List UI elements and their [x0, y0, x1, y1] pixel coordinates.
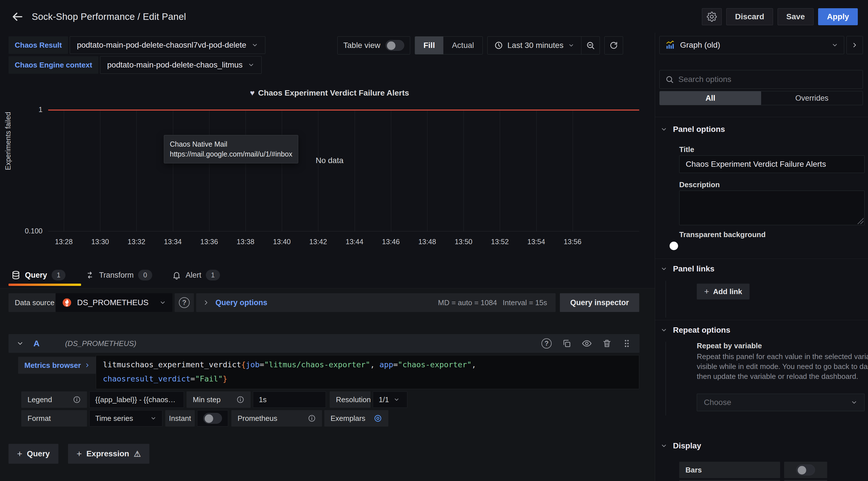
add-expression-button[interactable]: + Expression ⚠	[68, 444, 149, 464]
legend-input[interactable]	[89, 391, 184, 408]
gridline	[173, 110, 173, 231]
query-options-bar: Query options MD = auto = 1084 Interval …	[196, 293, 556, 312]
graph-viz-icon	[665, 40, 675, 50]
min-step-label-text: Min step	[193, 395, 221, 404]
query-expression[interactable]: litmuschaos_experiment_verdict{job="litm…	[96, 355, 639, 389]
add-query-button[interactable]: + Query	[8, 444, 58, 464]
instant-toggle-box	[197, 410, 228, 426]
help-circle-icon[interactable]: ?	[541, 338, 552, 349]
fill-option[interactable]: Fill	[415, 37, 443, 54]
query-ref-id: A	[33, 339, 40, 348]
chart-plot-area[interactable]	[48, 110, 639, 231]
exemplars-icon[interactable]	[374, 414, 382, 423]
resize-handle[interactable]	[857, 218, 864, 224]
x-tick-label: 13:44	[346, 238, 364, 246]
apply-button[interactable]: Apply	[818, 8, 858, 25]
metrics-browser-label: Metrics browser	[24, 361, 81, 370]
variable-value-dropdown[interactable]: podtato-main-pod-delete-chaos_litmus	[100, 56, 262, 74]
gridline	[209, 110, 210, 231]
actual-option[interactable]: Actual	[443, 37, 483, 54]
zoom-out-button[interactable]	[581, 37, 599, 54]
panel-description-textarea[interactable]	[679, 190, 865, 225]
resolution-value-text: 1/1	[379, 395, 389, 404]
query-row-header[interactable]: A (DS_PROMETHEUS) ?	[8, 334, 640, 353]
transform-icon	[85, 271, 94, 280]
min-step-input[interactable]	[253, 391, 326, 408]
instant-toggle[interactable]	[203, 413, 222, 424]
variable-value-dropdown[interactable]: podtato-main-pod-delete-chaosnl7vd-pod-d…	[70, 36, 265, 54]
eye-icon[interactable]	[582, 338, 592, 349]
table-view-toggle[interactable]	[385, 40, 404, 51]
tab-transform[interactable]: Transform 0	[85, 270, 152, 280]
time-range-button[interactable]: Last 30 minutes	[488, 37, 581, 54]
panel-title-input[interactable]	[679, 155, 865, 173]
visualization-picker[interactable]: Graph (old)	[659, 36, 844, 54]
bars-field-label: Bars	[679, 462, 780, 478]
bars-toggle[interactable]	[796, 464, 815, 475]
panel-options-header[interactable]: Panel options	[660, 125, 725, 134]
back-button[interactable]	[11, 11, 23, 23]
trash-icon[interactable]	[602, 339, 612, 348]
data-source-picker[interactable]: DS_PROMETHEUS	[56, 293, 172, 312]
info-icon	[308, 414, 316, 422]
min-step-field-label: Min step	[187, 391, 251, 408]
description-field-label: Description	[679, 180, 720, 189]
query-inspector-button[interactable]: Query inspector	[560, 293, 639, 312]
duplicate-icon[interactable]	[562, 339, 571, 348]
plus-icon: +	[17, 449, 22, 459]
collapse-options-pane-button[interactable]	[846, 36, 863, 54]
database-icon	[11, 271, 21, 280]
panel-links-header[interactable]: Panel links	[660, 264, 714, 273]
query-options-link[interactable]: Query options	[215, 298, 267, 307]
panel-settings-button[interactable]	[702, 8, 722, 25]
refresh-button[interactable]	[604, 36, 623, 55]
metrics-browser-button[interactable]: Metrics browser	[18, 357, 97, 374]
chevron-down-icon	[660, 443, 667, 449]
tab-alert[interactable]: Alert 1	[172, 270, 220, 280]
resolution-dropdown[interactable]: 1/1	[373, 391, 407, 408]
prometheus-type-label: Prometheus	[231, 410, 322, 426]
display-section-header[interactable]: Display	[660, 441, 701, 450]
repeat-by-variable-label: Repeat by variable	[697, 341, 762, 350]
chevron-right-icon	[84, 362, 90, 368]
no-data-message: No data	[48, 156, 611, 165]
filter-all-option[interactable]: All	[660, 91, 761, 105]
exemplars-field: Exemplars	[324, 410, 389, 426]
collapse-chevron-icon[interactable]	[17, 340, 24, 347]
discard-button[interactable]: Discard	[726, 8, 773, 25]
gridline	[282, 110, 282, 231]
options-search[interactable]	[659, 70, 863, 89]
section-title: Repeat options	[673, 326, 730, 335]
drag-handle-icon[interactable]	[622, 339, 631, 348]
instant-field-label: Instant	[165, 410, 195, 426]
options-search-input[interactable]	[678, 75, 857, 84]
repeat-description: Repeat this panel for each value in the …	[697, 352, 868, 382]
y-tick-label: 0.100	[11, 227, 42, 235]
repeat-options-header[interactable]: Repeat options	[660, 326, 730, 335]
query-datasource-hint: (DS_PROMETHEUS)	[65, 339, 136, 348]
gridline	[391, 110, 391, 231]
heart-icon: ♥	[250, 89, 255, 97]
alert-threshold-line	[48, 110, 639, 111]
clock-icon	[494, 41, 503, 50]
bell-icon	[172, 271, 181, 280]
legend-field-label: Legend	[21, 391, 87, 408]
save-button[interactable]: Save	[778, 8, 813, 25]
repeat-variable-dropdown[interactable]: Choose	[697, 394, 865, 411]
filter-overrides-option[interactable]: Overrides	[761, 91, 863, 105]
data-source-label: Data source	[8, 293, 61, 312]
variable-label: Chaos Engine context	[8, 56, 98, 74]
data-source-help-button[interactable]: ?	[175, 293, 194, 312]
x-tick-label: 13:46	[382, 238, 400, 246]
tab-query[interactable]: Query 1	[11, 270, 65, 280]
x-tick-label: 13:30	[91, 238, 109, 246]
x-axis-labels: 13:2813:3013:3213:3413:3613:3813:4013:42…	[48, 238, 639, 249]
gridline	[354, 110, 355, 231]
gridline	[500, 110, 500, 231]
format-dropdown[interactable]: Time series	[89, 410, 162, 426]
chart-header: ♥Chaos Experiment Verdict Failure Alerts	[48, 89, 611, 97]
time-range-label: Last 30 minutes	[507, 41, 563, 50]
x-tick-label: 13:56	[564, 238, 582, 246]
annotation-tooltip: Chaos Native Mail https://mail.google.co…	[164, 135, 298, 163]
add-link-button[interactable]: + Add link	[697, 283, 749, 300]
